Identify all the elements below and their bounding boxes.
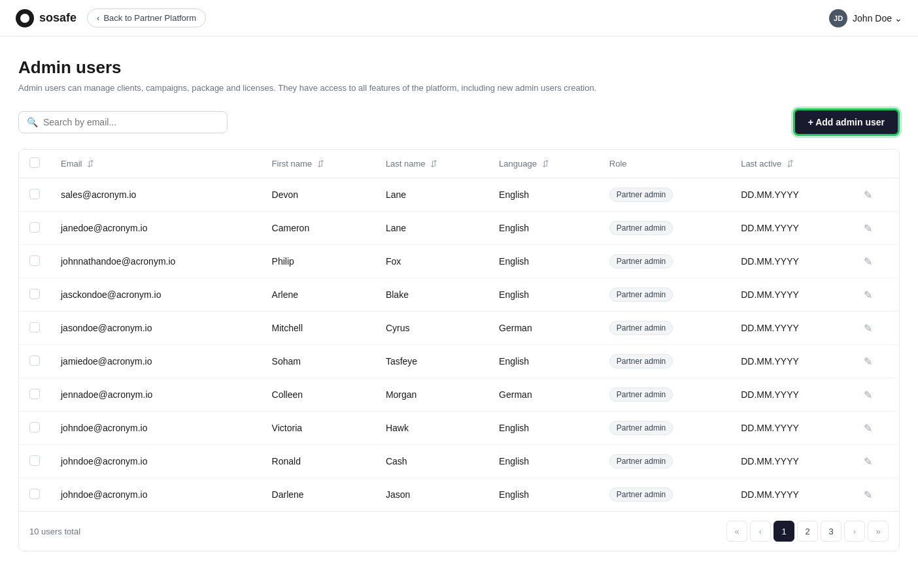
edit-icon[interactable]: ✎ [864,289,872,301]
row-last-name: Tasfeye [375,345,488,378]
edit-icon[interactable]: ✎ [864,489,872,500]
row-role: Partner admin [599,245,730,278]
row-email: jasondoe@acronym.io [50,312,262,345]
row-checkbox-1[interactable] [29,222,40,233]
first-name-column-header[interactable]: First name ⇵ [262,150,375,178]
email-column-header[interactable]: Email ⇵ [50,150,262,178]
edit-icon[interactable]: ✎ [864,323,872,334]
row-first-name: Soham [262,345,375,378]
pagination-first-button[interactable]: « [726,521,747,542]
row-checkbox-0[interactable] [29,189,40,199]
row-email: johndoe@acronym.io [50,412,262,445]
edit-icon[interactable]: ✎ [864,356,872,367]
row-email: jamiedoe@acronym.io [50,345,262,378]
page-description: Admin users can manage clients, campaign… [18,83,900,93]
back-to-partner-button[interactable]: ‹ Back to Partner Platform [87,8,206,27]
role-badge: Partner admin [609,387,673,402]
row-checkbox-6[interactable] [29,389,40,399]
row-last-active: DD.MM.YYYY [730,412,853,445]
row-email: johndoe@acronym.io [50,445,262,478]
row-email: johnnathandoe@acronym.io [50,245,262,278]
row-email: johndoe@acronym.io [50,478,262,512]
row-last-active: DD.MM.YYYY [730,378,853,412]
row-checkbox-4[interactable] [29,322,40,333]
row-checkbox-cell [19,278,50,312]
row-checkbox-5[interactable] [29,355,40,366]
role-badge: Partner admin [609,321,673,335]
role-badge: Partner admin [609,254,673,269]
user-menu[interactable]: John Doe ⌄ [853,13,902,24]
total-users-label: 10 users total [29,527,80,536]
row-first-name: Arlene [262,278,375,312]
select-all-checkbox[interactable] [29,157,40,168]
row-last-active: DD.MM.YYYY [730,312,853,345]
row-first-name: Cameron [262,212,375,245]
row-edit-cell: ✎ [853,178,899,212]
pagination-next-button[interactable]: › [844,521,865,542]
table-row: janedoe@acronym.io Cameron Lane English … [19,212,899,245]
row-role: Partner admin [599,212,730,245]
role-badge: Partner admin [609,454,673,468]
pagination-last-button[interactable]: » [868,521,889,542]
row-checkbox-3[interactable] [29,289,40,299]
row-first-name: Ronald [262,445,375,478]
row-checkbox-2[interactable] [29,255,40,266]
row-role: Partner admin [599,278,730,312]
role-badge: Partner admin [609,354,673,368]
actions-column-header [853,150,899,178]
role-badge: Partner admin [609,487,673,502]
users-table: Email ⇵ First name ⇵ Last name ⇵ Languag… [18,149,900,551]
edit-icon[interactable]: ✎ [864,389,872,400]
lastactive-sort-icon: ⇵ [787,159,794,169]
edit-icon[interactable]: ✎ [864,456,872,467]
row-language: English [488,212,599,245]
role-badge: Partner admin [609,421,673,435]
edit-icon[interactable]: ✎ [864,256,872,267]
row-edit-cell: ✎ [853,412,899,445]
firstname-sort-icon: ⇵ [317,159,324,169]
row-email: sales@acronym.io [50,178,262,212]
row-checkbox-cell [19,445,50,478]
pagination-prev-button[interactable]: ‹ [750,521,771,542]
edit-icon[interactable]: ✎ [864,423,872,434]
row-edit-cell: ✎ [853,345,899,378]
row-edit-cell: ✎ [853,245,899,278]
row-email: jennadoe@acronym.io [50,378,262,412]
row-email: jasckondoe@acronym.io [50,278,262,312]
row-language: English [488,245,599,278]
pagination-page-2-button[interactable]: 2 [797,521,818,542]
pagination-page-1-button[interactable]: 1 [774,521,794,542]
row-language: German [488,378,599,412]
user-dropdown-icon: ⌄ [894,13,902,24]
pagination-page-3-button[interactable]: 3 [821,521,842,542]
row-checkbox-9[interactable] [29,489,40,499]
role-column-header: Role [599,150,730,178]
row-first-name: Victoria [262,412,375,445]
row-edit-cell: ✎ [853,445,899,478]
edit-icon[interactable]: ✎ [864,223,872,234]
row-last-active: DD.MM.YYYY [730,445,853,478]
search-input[interactable] [43,117,219,127]
add-admin-user-button[interactable]: + Add admin user [793,108,900,136]
table-row: jamiedoe@acronym.io Soham Tasfeye Englis… [19,345,899,378]
lastname-sort-icon: ⇵ [430,159,437,169]
last-name-column-header[interactable]: Last name ⇵ [375,150,488,178]
row-checkbox-cell [19,245,50,278]
row-last-name: Blake [375,278,488,312]
language-column-header[interactable]: Language ⇵ [488,150,599,178]
row-first-name: Mitchell [262,312,375,345]
row-edit-cell: ✎ [853,312,899,345]
row-last-active: DD.MM.YYYY [730,212,853,245]
row-last-active: DD.MM.YYYY [730,478,853,512]
row-checkbox-8[interactable] [29,455,40,466]
row-last-active: DD.MM.YYYY [730,345,853,378]
row-checkbox-7[interactable] [29,422,40,433]
edit-icon[interactable]: ✎ [864,189,872,201]
role-badge: Partner admin [609,221,673,235]
last-active-column-header[interactable]: Last active ⇵ [730,150,853,178]
table-row: sales@acronym.io Devon Lane English Part… [19,178,899,212]
back-chevron-icon: ‹ [97,13,99,23]
logo-circle-inner [20,14,29,23]
row-last-name: Hawk [375,412,488,445]
row-checkbox-cell [19,478,50,512]
